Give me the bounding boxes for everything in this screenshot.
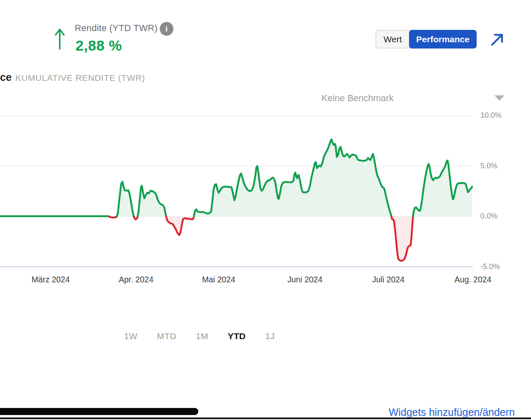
y-axis-tick-label: 10.0%: [480, 111, 509, 120]
return-up-arrow-icon: [54, 27, 66, 51]
y-axis-tick-label: -5.0%: [480, 262, 509, 272]
range-button-1j[interactable]: 1J: [265, 331, 275, 341]
window-bottom-border: [0, 418, 531, 419]
performance-chart-svg[interactable]: [0, 106, 531, 276]
info-icon[interactable]: i: [160, 22, 173, 36]
value-performance-toggle: Wert Performance: [375, 30, 477, 49]
wert-toggle-button[interactable]: Wert: [375, 30, 409, 49]
x-axis-tick-label: März 2024: [19, 275, 82, 284]
widget-title-prefix: ce: [0, 71, 12, 83]
chevron-down-icon[interactable]: [494, 95, 504, 101]
widget-subtitle: KUMULATIVE RENDITE (TWR): [15, 73, 145, 83]
range-button-1w[interactable]: 1W: [124, 331, 137, 341]
y-axis-tick-label: 5.0%: [480, 162, 509, 171]
x-axis-tick-label: Juli 2024: [357, 275, 419, 284]
widget-title: ce KUMULATIVE RENDITE (TWR): [0, 71, 145, 83]
x-axis-tick-label: Mai 2024: [188, 275, 250, 284]
range-button-mtd[interactable]: MTD: [157, 331, 176, 341]
performance-toggle-button[interactable]: Performance: [409, 30, 477, 49]
widgets-edit-link[interactable]: Widgets hinzufügen/ändern: [389, 406, 515, 418]
metric-label: Rendite (YTD TWR): [75, 23, 158, 34]
x-axis-tick-label: Juni 2024: [274, 275, 336, 284]
x-axis-tick-label: Aug. 2024: [442, 275, 504, 284]
metric-value: 2,88 %: [76, 37, 122, 54]
time-range-selector: 1WMTD1MYTD1J: [124, 331, 275, 341]
x-axis-tick-label: Apr. 2024: [105, 275, 167, 284]
benchmark-selector[interactable]: Keine Benchmark: [322, 93, 394, 104]
range-button-ytd[interactable]: YTD: [228, 331, 246, 341]
y-axis-tick-label: 0.0%: [480, 212, 509, 221]
open-external-arrow-icon[interactable]: [489, 31, 506, 48]
range-button-1m[interactable]: 1M: [196, 331, 208, 341]
horizontal-scrollbar-thumb[interactable]: [0, 408, 198, 415]
